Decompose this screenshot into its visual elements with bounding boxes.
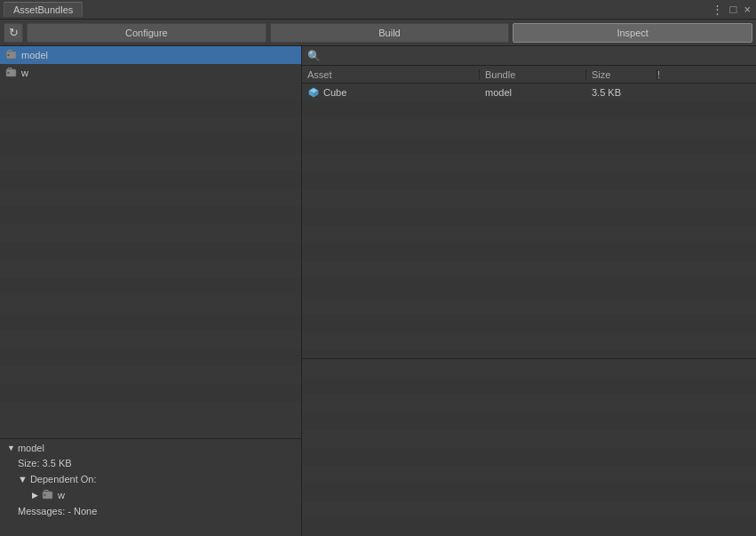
info-messages-line: Messages: - None — [7, 503, 294, 519]
toolbar: ↻ Configure Build Inspect — [0, 20, 756, 46]
inspect-button[interactable]: Inspect — [513, 23, 752, 43]
menu-icon[interactable]: ⋮ — [710, 3, 725, 16]
fill-row — [302, 244, 756, 261]
table-header: Asset Bundle Size ! — [302, 66, 756, 84]
info-size-value: 3.5 KB — [43, 458, 72, 468]
row-asset-name: Cube — [323, 87, 346, 98]
configure-button[interactable]: Configure — [27, 23, 267, 43]
title-bar: AssetBundles ⋮ □ × — [0, 0, 756, 20]
bundle-list[interactable]: model w — [0, 46, 301, 438]
fill-row — [302, 208, 756, 226]
bundle-item-w[interactable]: w — [0, 64, 301, 82]
info-bundle-name: model — [18, 443, 44, 453]
search-input[interactable] — [324, 51, 751, 61]
fill-row — [302, 261, 756, 279]
fill-row — [302, 101, 756, 119]
info-collapse-arrow[interactable]: ▼ — [7, 444, 15, 452]
fill-row — [302, 155, 756, 172]
build-button[interactable]: Build — [270, 23, 510, 43]
maximize-icon[interactable]: □ — [728, 3, 739, 16]
svg-point-1 — [7, 54, 9, 56]
right-panel-bottom — [302, 358, 756, 536]
configure-label: Configure — [125, 28, 168, 38]
search-bar: 🔍 — [302, 46, 756, 66]
asset-table[interactable]: Asset Bundle Size ! Cube — [302, 66, 756, 358]
cube-icon — [307, 86, 320, 99]
bundle-fill-rows — [0, 82, 301, 402]
dep-w-icon — [42, 489, 54, 501]
info-dependent-content: ▶ w — [18, 487, 294, 503]
close-icon[interactable]: × — [742, 3, 752, 16]
info-dependent-arrow[interactable]: ▼ — [18, 471, 28, 487]
row-bundle-value: model — [480, 87, 586, 98]
refresh-button[interactable]: ↻ — [4, 23, 23, 43]
build-label: Build — [378, 28, 400, 38]
bundle-item-model[interactable]: model — [0, 46, 301, 64]
fill-row — [302, 190, 756, 208]
table-row[interactable]: Cube model 3.5 KB — [302, 84, 756, 101]
fill-row — [302, 137, 756, 155]
bundle-model-label: model — [21, 50, 48, 60]
row-size-value: 3.5 KB — [586, 87, 657, 98]
svg-point-6 — [7, 72, 9, 74]
info-size-line: Size: 3.5 KB — [7, 455, 294, 471]
table-rows: Cube model 3.5 KB — [302, 84, 756, 358]
info-size-label: Size: — [18, 458, 39, 468]
right-panel: 🔍 Asset Bundle Size ! — [302, 46, 756, 536]
bundle-tag-icon — [5, 49, 18, 61]
right-bottom-rows — [302, 359, 756, 536]
dep-w-label: w — [58, 487, 65, 503]
inspect-label: Inspect — [617, 28, 648, 38]
fill-row — [302, 315, 756, 332]
search-icon: 🔍 — [307, 50, 321, 62]
col-header-extra: ! — [657, 69, 756, 80]
fill-row — [302, 279, 756, 297]
bundle-w-icon — [5, 67, 18, 79]
info-dependent-label: Dependent On: — [30, 471, 97, 487]
window-controls: ⋮ □ × — [710, 3, 752, 16]
col-header-size: Size — [586, 69, 657, 80]
info-dependent-section: ▼ Dependent On: ▶ w — [7, 471, 294, 503]
info-panel: ▼ model Size: 3.5 KB ▼ Dependent On: ▶ — [0, 438, 301, 536]
info-dependent-title: ▼ Dependent On: — [18, 471, 294, 487]
fill-row — [302, 350, 756, 358]
info-messages-value: - None — [68, 506, 97, 516]
fill-row — [302, 172, 756, 190]
info-title-row: ▼ model — [7, 443, 294, 453]
col-header-bundle: Bundle — [480, 69, 586, 80]
dep-item-w: ▶ w — [32, 487, 294, 503]
row-asset-cube: Cube — [302, 86, 480, 99]
fill-row — [302, 119, 756, 137]
fill-row — [302, 332, 756, 350]
window-tab[interactable]: AssetBundles — [4, 2, 83, 17]
svg-point-11 — [44, 494, 45, 496]
info-messages-label: Messages: — [18, 506, 65, 516]
fill-row — [302, 297, 756, 315]
window-tab-label: AssetBundles — [13, 4, 73, 15]
main-layout: model w — [0, 46, 756, 536]
bundle-w-label: w — [21, 68, 28, 78]
dep-arrow: ▶ — [32, 487, 38, 503]
col-header-asset: Asset — [302, 69, 480, 80]
refresh-icon: ↻ — [9, 26, 19, 39]
left-panel: model w — [0, 46, 302, 536]
fill-row — [302, 226, 756, 244]
